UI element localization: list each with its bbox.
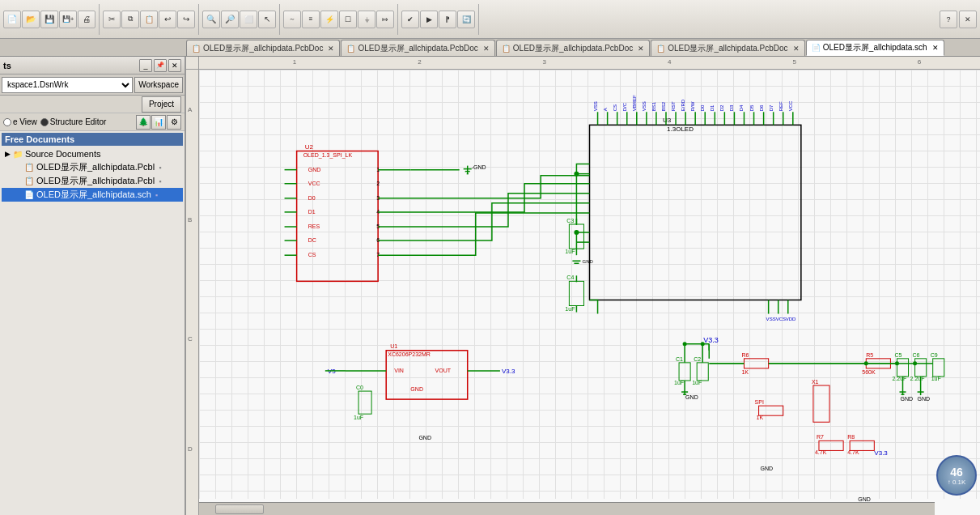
open-btn[interactable]: 📂 <box>22 11 40 28</box>
svg-text:X1: X1 <box>812 379 819 385</box>
svg-text:OLED_1.3_SPI_LK: OLED_1.3_SPI_LK <box>303 152 353 159</box>
folder-expand-icon: ▶ <box>5 150 11 158</box>
wire-btn[interactable]: ～ <box>283 11 301 28</box>
tree-item-sch[interactable]: 📄 OLED显示屏_allchipdata.sch ▪ <box>2 188 183 202</box>
tab-pcb1-icon: 📋 <box>192 45 201 53</box>
tab-pcb3[interactable]: 📋 OLED显示屏_allchipdata.PcbDoc ✕ <box>496 40 650 56</box>
zoom-in-btn[interactable]: 🔍 <box>202 11 220 28</box>
svg-text:SPI: SPI <box>755 399 764 405</box>
panel-header: ts _ 📌 ✕ <box>0 57 185 74</box>
svg-rect-123 <box>744 359 768 368</box>
svg-text:1K: 1K <box>757 415 764 420</box>
svg-text:D6: D6 <box>759 104 764 111</box>
toolbar-section-view: 🔍 🔎 ⬜ ↖ <box>202 4 280 35</box>
svg-text:E/RD: E/RD <box>681 99 685 111</box>
view-icon-btn-1[interactable]: 🌲 <box>136 115 151 130</box>
view-icon-btn-2[interactable]: 📊 <box>151 115 166 130</box>
undo-btn[interactable]: ↩ <box>159 11 176 28</box>
tab-pcb4[interactable]: 📋 OLED显示屏_allchipdata.PcbDoc ✕ <box>651 40 804 56</box>
view-icon-btn-3[interactable]: ⚙ <box>167 115 181 130</box>
save-btn[interactable]: 💾 <box>40 11 58 28</box>
workspace-button[interactable]: Workspace <box>134 77 183 93</box>
svg-text:GND: GND <box>858 496 871 502</box>
cut-btn[interactable]: ✂ <box>103 11 121 28</box>
svg-text:560K: 560K <box>862 369 876 375</box>
svg-text:D/C: D/C <box>622 102 627 111</box>
svg-rect-135 <box>897 359 908 377</box>
tab-close-sch[interactable]: ✕ <box>932 44 939 52</box>
ruler-vertical: A B C D <box>186 57 199 515</box>
annotate-btn[interactable]: ⁋ <box>439 11 456 28</box>
select-btn[interactable]: ↖ <box>258 11 276 28</box>
svg-text:D5: D5 <box>749 104 754 111</box>
redo-btn[interactable]: ↪ <box>177 11 195 28</box>
tab-pcb1[interactable]: 📋 OLED显示屏_allchipdata.PcbDoc ✕ <box>186 40 340 56</box>
validate-btn[interactable]: ✔ <box>401 11 419 28</box>
source-docs-folder[interactable]: ▶ 📁 Source Documents <box>2 147 183 160</box>
panel-close-btn[interactable]: ✕ <box>168 59 181 72</box>
panel-title: ts <box>3 61 11 70</box>
panel-controls: _ 📌 ✕ <box>139 59 181 72</box>
sch-icon: 📄 <box>24 190 34 199</box>
tree-item-pcb1[interactable]: 📋 OLED显示屏_allchipdata.Pcbl ▪ <box>2 160 183 174</box>
svg-text:GND: GND <box>418 435 431 441</box>
new-btn[interactable]: 📄 <box>3 11 21 28</box>
save-all-btn[interactable]: 💾+ <box>59 11 77 28</box>
paste-btn[interactable]: 📋 <box>140 11 158 28</box>
zoom-out-btn[interactable]: 🔎 <box>221 11 239 28</box>
toolbar-section-place: ～ ≡ ⚡ ☐ ⏚ ⤇ <box>283 4 398 35</box>
svg-text:VCS: VCS <box>776 317 786 321</box>
pcb1-flag: ▪ <box>159 164 161 172</box>
main-layout: ts _ 📌 ✕ kspace1.DsnWrk Workspace Projec… <box>0 57 980 515</box>
horizontal-scrollbar[interactable] <box>199 502 935 515</box>
update-btn[interactable]: 🔄 <box>457 11 475 28</box>
svg-text:4.7K: 4.7K <box>815 449 827 455</box>
project-button[interactable]: Project <box>142 96 181 113</box>
pcb2-label: OLED显示屏_allchipdata.Pcbl <box>36 175 155 187</box>
scroll-thumb-h[interactable] <box>215 504 264 514</box>
svg-text:C3: C3 <box>566 218 574 223</box>
tab-close-4[interactable]: ✕ <box>793 45 800 53</box>
main-toolbar: 📄 📂 💾 💾+ 🖨 ✂ ⧉ 📋 ↩ ↪ 🔍 🔎 ⬜ ↖ ～ ≡ ⚡ ☐ ⏚ ⤇… <box>0 0 980 39</box>
tree-item-pcb2[interactable]: 📋 OLED显示屏_allchipdata.Pcbl ▪ <box>2 174 183 188</box>
zoom-unit: ↑ 0.1K <box>948 479 966 486</box>
ruler-v-mark-a: A <box>188 106 192 113</box>
svg-text:D3: D3 <box>729 104 734 111</box>
tab-sch[interactable]: 📄 OLED显示屏_allchipdata.sch ✕ <box>806 40 944 56</box>
svg-text:2: 2 <box>376 181 380 186</box>
svg-text:R7: R7 <box>817 434 824 440</box>
view-radio-structure[interactable] <box>40 118 49 126</box>
fit-btn[interactable]: ⬜ <box>240 11 257 28</box>
zoom-indicator[interactable]: 46 ↑ 0.1K <box>936 455 977 496</box>
bus-btn[interactable]: ≡ <box>302 11 320 28</box>
tab-pcb2[interactable]: 📋 OLED显示屏_allchipdata.PcbDoc ✕ <box>341 40 494 56</box>
help-btn[interactable]: ? <box>940 11 957 28</box>
tab-close-2[interactable]: ✕ <box>483 45 490 53</box>
comp-btn[interactable]: ☐ <box>339 11 357 28</box>
svg-text:1uF: 1uF <box>565 249 575 254</box>
svg-text:VCC: VCC <box>308 181 320 186</box>
power-btn[interactable]: ⏚ <box>358 11 375 28</box>
canvas-area[interactable]: 1 2 3 4 5 6 A B C D U2 OLED_1. <box>186 57 980 515</box>
print-btn[interactable]: 🖨 <box>78 11 95 28</box>
svg-text:D0: D0 <box>700 104 705 111</box>
workspace-select[interactable]: kspace1.DsnWrk <box>2 77 133 93</box>
view-radio-e[interactable] <box>3 118 11 126</box>
schematic-diagram[interactable]: U2 OLED_1.3_SPI_LK GND 1 VCC 2 D0 3 D1 4… <box>199 70 980 515</box>
svg-text:C2: C2 <box>694 356 701 362</box>
tab-close-3[interactable]: ✕ <box>638 45 644 53</box>
close-panel-btn[interactable]: ✕ <box>959 11 977 28</box>
panel-float-btn[interactable]: _ <box>139 59 152 72</box>
ruler-v-mark-d: D <box>188 445 193 453</box>
svg-text:D7: D7 <box>769 104 774 111</box>
port-btn[interactable]: ⤇ <box>376 11 394 28</box>
copy-btn[interactable]: ⧉ <box>121 11 139 28</box>
net-btn[interactable]: ⚡ <box>320 11 338 28</box>
view-option-structure: Structure Editor <box>40 117 106 126</box>
compile-btn[interactable]: ▶ <box>420 11 438 28</box>
pcb1-label: OLED显示屏_allchipdata.Pcbl <box>36 161 155 173</box>
tab-close-1[interactable]: ✕ <box>328 45 334 53</box>
panel-pin-btn[interactable]: 📌 <box>154 59 167 72</box>
ruler-h-mark-1: 1 <box>293 58 296 66</box>
svg-text:D1: D1 <box>308 209 316 215</box>
